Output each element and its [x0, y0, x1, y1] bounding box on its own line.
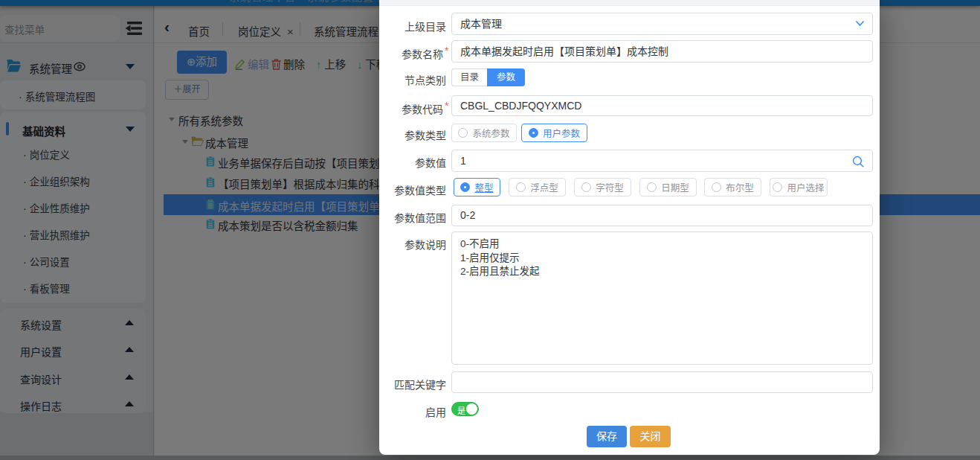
radio-label: 日期型	[661, 180, 689, 194]
field-label: 节点类别	[379, 72, 446, 87]
radio-value-type-date[interactable]: 日期型	[639, 178, 697, 197]
radio-label: 字符型	[596, 180, 624, 194]
radio-value-type-bool[interactable]: 布尔型	[704, 178, 761, 197]
radio-value-type-string[interactable]: 字符型	[574, 178, 631, 197]
radio-label: 布尔型	[726, 180, 754, 194]
toggle-knob	[466, 403, 477, 415]
node-type-segmented: 目录 参数	[451, 68, 525, 86]
radio-label: 用户参数	[543, 126, 580, 140]
radio-icon	[516, 182, 526, 192]
node-type-option-param[interactable]: 参数	[487, 68, 525, 86]
field-label: 参数值	[379, 155, 446, 170]
radio-label: 浮点型	[530, 180, 558, 194]
param-desc-textarea[interactable]: 0-不启用 1-启用仅提示 2-启用且禁止发起	[451, 231, 873, 365]
param-name-input[interactable]: 成本单据发起时启用【项目策划单】成本控制	[451, 40, 873, 63]
field-label: 启用	[379, 404, 446, 419]
field-label: 参数值类型	[379, 182, 446, 197]
field-label: 参数代码	[379, 101, 443, 116]
select-value: 成本管理	[460, 18, 502, 30]
param-value-input[interactable]: 1	[451, 150, 873, 172]
radio-icon	[458, 128, 468, 138]
node-type-option-dir[interactable]: 目录	[451, 68, 487, 86]
chevron-down-icon	[855, 20, 865, 27]
enabled-toggle[interactable]: 是	[451, 402, 479, 416]
close-button[interactable]: 关闭	[630, 426, 671, 447]
radio-user-param[interactable]: 用户参数	[521, 124, 587, 142]
input-value: 1	[460, 155, 466, 167]
radio-value-type-user[interactable]: 用户选择	[770, 178, 828, 197]
field-label: 参数类型	[379, 127, 446, 142]
search-icon[interactable]	[852, 156, 865, 168]
edit-parameter-dialog: 上级目录 成本管理 参数名称 * 成本单据发起时启用【项目策划单】成本控制 节点…	[379, 0, 880, 455]
required-asterisk: *	[445, 45, 448, 57]
field-label: 匹配关键字	[379, 377, 446, 392]
app-window: 系统管理平台 系统参数配置中心 查找菜单 系统管理 ·系统	[0, 0, 980, 460]
value-range-input[interactable]: 0-2	[451, 205, 873, 226]
radio-icon	[460, 182, 470, 192]
field-label: 上级目录	[379, 19, 446, 33]
radio-system-param[interactable]: 系统参数	[451, 124, 517, 142]
radio-icon	[529, 128, 538, 138]
radio-icon	[647, 182, 657, 192]
field-label: 参数说明	[379, 237, 446, 252]
dialog-titlebar-cropped	[379, 0, 880, 6]
radio-label: 整型	[474, 180, 493, 194]
param-code-input[interactable]: CBGL_CBDJFQQYXMCD	[451, 95, 873, 116]
radio-icon	[712, 182, 721, 192]
field-label: 参数值范围	[379, 210, 446, 225]
match-keyword-input[interactable]	[451, 371, 873, 393]
field-label: 参数名称	[379, 46, 443, 61]
radio-icon	[773, 182, 782, 192]
radio-value-type-float[interactable]: 浮点型	[509, 178, 566, 197]
radio-icon	[581, 182, 591, 192]
radio-label: 用户选择	[787, 180, 824, 194]
parent-dir-select[interactable]: 成本管理	[451, 13, 873, 35]
radio-label: 系统参数	[472, 126, 509, 140]
radio-value-type-int[interactable]: 整型	[454, 178, 500, 197]
toggle-on-label: 是	[457, 404, 465, 416]
required-asterisk: *	[445, 100, 448, 112]
save-button[interactable]: 保存	[587, 426, 627, 447]
